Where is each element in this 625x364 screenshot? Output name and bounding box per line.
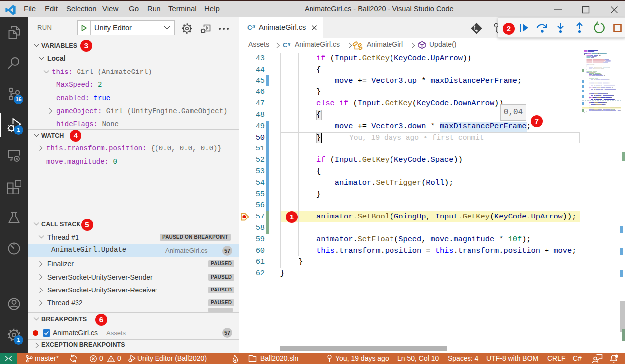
svg-text:C: C [247,24,252,31]
svg-text:C: C [283,42,287,49]
